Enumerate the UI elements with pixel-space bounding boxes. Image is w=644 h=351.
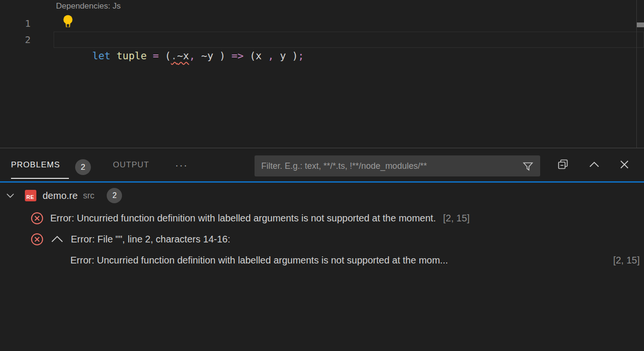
close-panel-icon[interactable] — [618, 158, 631, 171]
code-token: ~x — [177, 50, 189, 62]
lightbulb-icon[interactable] — [62, 14, 74, 30]
code-token: tuple — [111, 50, 147, 62]
code-token: ( — [159, 50, 171, 62]
code-line-2[interactable]: let tuple = (.~x, ~y ) => (x , y ); — [56, 32, 304, 48]
code-token: ~y ) — [195, 50, 225, 62]
problem-location: [2, 15] — [443, 213, 470, 224]
code-editor[interactable]: Dependencies: Js 1 2 let tuple = (.~x, ~… — [0, 0, 644, 148]
problem-location: [2, 15] — [613, 255, 640, 266]
active-tab-underline — [11, 178, 69, 179]
chevron-up-icon[interactable] — [51, 236, 63, 242]
code-token — [225, 50, 232, 62]
filter-input[interactable] — [261, 161, 522, 171]
code-token: . — [171, 50, 177, 62]
line-number-2: 2 — [18, 32, 31, 48]
problem-message: Error: File "", line 2, characters 14-16… — [71, 234, 230, 245]
bottom-panel: PROBLEMS 2 OUTPUT ··· — [0, 148, 644, 351]
problem-row[interactable]: Error: File "", line 2, characters 14-16… — [0, 229, 644, 250]
reason-file-icon: RE — [25, 190, 36, 201]
code-token: => — [232, 50, 244, 62]
tab-output[interactable]: OUTPUT — [113, 148, 149, 181]
problems-count-badge: 2 — [75, 159, 91, 175]
restore-panel-icon[interactable] — [556, 158, 570, 171]
error-icon — [30, 211, 44, 225]
file-error-count-badge: 2 — [107, 188, 122, 203]
maximize-panel-icon[interactable] — [588, 158, 601, 171]
code-token: let — [92, 50, 111, 62]
problem-related-row[interactable]: Error: Uncurried function definition wit… — [0, 250, 644, 271]
panel-header: PROBLEMS 2 OUTPUT ··· — [0, 148, 644, 181]
code-token: = — [153, 50, 159, 62]
code-token: (x — [244, 50, 268, 62]
chevron-down-icon[interactable] — [6, 193, 14, 198]
vscode-window: Dependencies: Js 1 2 let tuple = (.~x, ~… — [0, 0, 644, 351]
panel-focus-border — [0, 181, 644, 183]
overview-ruler-mark — [637, 22, 644, 27]
file-name: demo.re — [43, 190, 78, 201]
code-token: ; — [298, 50, 304, 62]
file-directory: src — [83, 191, 94, 201]
codelens-dependencies[interactable]: Dependencies: Js — [56, 1, 121, 11]
problems-filter — [255, 155, 540, 176]
error-icon — [30, 232, 44, 246]
line-number-1: 1 — [18, 16, 31, 32]
problem-message: Error: Uncurried function definition wit… — [70, 255, 606, 266]
filter-icon[interactable] — [522, 161, 533, 172]
code-token: , — [268, 50, 274, 62]
code-token: , — [189, 50, 195, 62]
problem-message: Error: Uncurried function definition wit… — [50, 213, 436, 224]
error-squiggle: .~x — [171, 50, 189, 62]
problem-row[interactable]: Error: Uncurried function definition wit… — [0, 208, 644, 229]
file-group-row[interactable]: RE demo.re src 2 — [0, 186, 644, 206]
code-token — [147, 50, 153, 62]
tab-problems[interactable]: PROBLEMS — [11, 148, 60, 181]
more-actions-icon[interactable]: ··· — [175, 148, 188, 181]
code-token: y ) — [274, 50, 298, 62]
